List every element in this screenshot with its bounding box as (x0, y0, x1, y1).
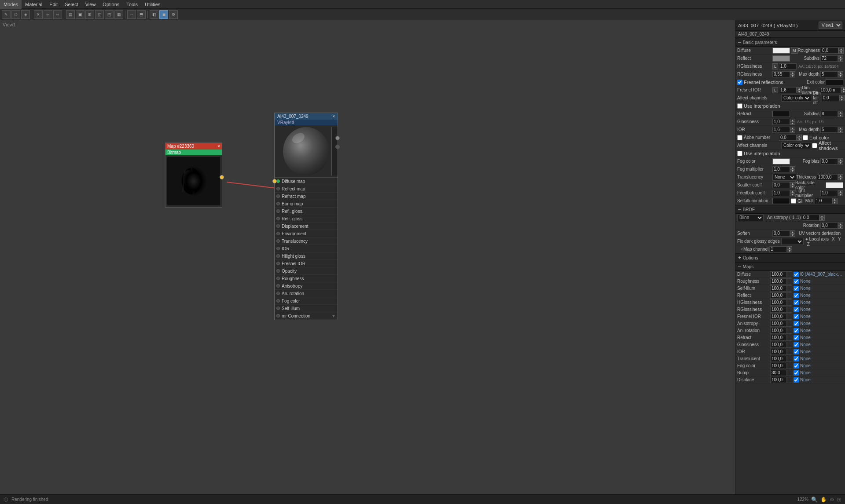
dim-distance-spinner[interactable]: ▲ ▼ (841, 87, 845, 93)
map-row-mr-connection[interactable]: mr Connection ▼ (275, 312, 338, 320)
map-row-an-rotation[interactable]: An. rotation (275, 290, 338, 297)
maps-spinner-ior[interactable] (787, 349, 792, 355)
dim-dist-spin-down[interactable]: ▼ (841, 90, 845, 93)
feedbck-down[interactable]: ▼ (790, 193, 795, 196)
map-channel-up[interactable]: ▲ (787, 246, 792, 249)
subdivs-spin-down[interactable]: ▼ (838, 58, 843, 62)
max-depth2-input[interactable] (820, 127, 838, 133)
toolbar-btn-1[interactable]: ✎ (2, 10, 11, 19)
fix-dark-select[interactable] (781, 238, 804, 245)
use-interp-checkbox[interactable] (737, 103, 742, 109)
map-row-bump[interactable]: Bump map (275, 200, 338, 208)
maps-spinner-anisotropy[interactable] (787, 321, 792, 327)
menu-options[interactable]: Options (99, 0, 123, 9)
thickness-down[interactable]: ▼ (838, 177, 843, 180)
maps-value-diffuse[interactable] (770, 271, 787, 278)
mult-down[interactable]: ▼ (832, 201, 838, 204)
ior-spin-down[interactable]: ▼ (790, 130, 795, 133)
fresnel-ior-l-btn[interactable]: L (772, 87, 778, 93)
soften-spinner[interactable]: ▲ ▼ (790, 230, 795, 237)
menu-select[interactable]: Select (61, 0, 82, 9)
fog-color-swatch[interactable] (772, 158, 790, 164)
fresnel-checkbox[interactable] (737, 80, 742, 85)
maps-check-anisotropy[interactable] (794, 321, 799, 326)
menu-view[interactable]: View (82, 0, 99, 9)
maps-value-roughness[interactable] (770, 278, 787, 285)
rgloss-spin-down[interactable]: ▼ (790, 74, 795, 77)
map-row-diffuse[interactable]: Diffuse map (275, 178, 338, 185)
fog-bias-input[interactable] (820, 158, 838, 164)
brdf-type-select[interactable]: Blinn (737, 214, 764, 221)
dim-falloff-spinner[interactable]: ▲ ▼ (839, 95, 845, 101)
maps-value-rgloss-map[interactable] (770, 307, 787, 313)
toolbar-btn-16[interactable]: ◼ (159, 10, 168, 19)
menu-material[interactable]: Material (22, 0, 46, 9)
map-row-refract[interactable]: Refract map (275, 193, 338, 200)
rotation-input[interactable] (820, 223, 838, 229)
map-row-anisotropy[interactable]: Anisotropy (275, 282, 338, 290)
rotation-down[interactable]: ▼ (838, 226, 843, 229)
maps-check-fog-color[interactable] (794, 363, 799, 369)
self-illum-color-swatch[interactable] (772, 198, 790, 204)
roughness-spinner[interactable]: ▲ ▼ (838, 47, 844, 54)
section-options-btn[interactable]: + (738, 255, 741, 261)
feedbck-spinner[interactable]: ▲ ▼ (790, 190, 795, 196)
toolbar-btn-11[interactable]: ◰ (105, 10, 114, 19)
maps-check-diffuse[interactable] (794, 272, 799, 277)
maps-value-fog-color-map[interactable] (770, 363, 787, 369)
maps-value-anisotropy-map[interactable] (770, 321, 787, 327)
maps-spinner-fresnel-ior[interactable] (787, 314, 792, 320)
toolbar-btn-6[interactable]: ⇨ (53, 10, 62, 19)
maps-check-roughness[interactable] (794, 279, 799, 284)
viewport[interactable]: View1 Map #223360 × Bitmap (0, 20, 735, 494)
maps-check-an-rotation[interactable] (794, 328, 799, 333)
mult-input[interactable] (815, 198, 832, 204)
fresnel-ior-spinner[interactable]: ▲ ▼ (797, 87, 802, 93)
fog-mult-input[interactable] (772, 166, 790, 172)
dim-distance-input[interactable] (819, 87, 841, 93)
maps-check-ior[interactable] (794, 349, 799, 354)
maps-value-self-illum-map[interactable] (770, 285, 787, 292)
maps-check-translucent[interactable] (794, 356, 799, 362)
map-row-self-illum[interactable]: Self-illum (275, 305, 338, 312)
fresnel-ior-spin-down[interactable]: ▼ (797, 90, 802, 93)
use-interp2-checkbox[interactable] (737, 151, 742, 156)
max-depth-spin-down[interactable]: ▼ (838, 74, 843, 77)
hgloss-input[interactable] (779, 63, 797, 69)
soften-input[interactable] (772, 230, 790, 237)
node-bitmap-header[interactable]: Map #223360 × (165, 143, 222, 150)
abbe-checkbox[interactable] (737, 135, 742, 140)
fresnel-ior-input[interactable] (779, 87, 797, 93)
dim-falloff-spin-down[interactable]: ▼ (839, 98, 845, 101)
scatter-input[interactable] (772, 182, 790, 188)
refract-subdivs-input[interactable] (820, 111, 838, 117)
maps-check-bump[interactable] (794, 370, 799, 376)
refract-gloss-down[interactable]: ▼ (790, 122, 795, 125)
max-depth-spinner[interactable]: ▲ ▼ (838, 71, 843, 77)
maps-check-fresnel-ior[interactable] (794, 314, 799, 319)
fog-mult-spinner[interactable]: ▲ ▼ (790, 166, 795, 172)
maps-value-an-rotation-map[interactable] (770, 328, 787, 334)
node-vraymtl-header[interactable]: AI43_007_0249 × (275, 113, 338, 120)
maps-spinner-roughness[interactable] (787, 278, 792, 285)
map-row-hilight[interactable]: Hilight gloss (275, 252, 338, 260)
fog-bias-up[interactable]: ▲ (838, 158, 843, 161)
subdivs-spin-up[interactable]: ▲ (838, 55, 843, 58)
maps-value-fresnel-ior-map[interactable] (770, 314, 787, 320)
backside-color-swatch[interactable] (826, 182, 843, 188)
refract-gloss-input[interactable] (772, 119, 790, 125)
maps-value-glossiness-map[interactable] (770, 342, 787, 348)
toolbar-btn-12[interactable]: ▦ (114, 10, 123, 19)
menu-utilities[interactable]: Utilities (141, 0, 164, 9)
fog-mult-down[interactable]: ▼ (790, 169, 795, 172)
abbe-input[interactable] (779, 135, 797, 141)
rotation-spinner[interactable]: ▲ ▼ (838, 223, 843, 229)
toolbar-btn-2[interactable]: ⬡ (11, 10, 20, 19)
abbe-up[interactable]: ▲ (797, 135, 802, 138)
ior-spin-up[interactable]: ▲ (790, 127, 795, 130)
dim-falloff-spin-up[interactable]: ▲ (839, 95, 845, 98)
feedbck-input[interactable] (772, 190, 790, 196)
max-depth2-up[interactable]: ▲ (838, 127, 843, 130)
gi-checkbox[interactable] (791, 198, 796, 204)
toolbar-btn-17[interactable]: ⚙ (169, 10, 178, 19)
